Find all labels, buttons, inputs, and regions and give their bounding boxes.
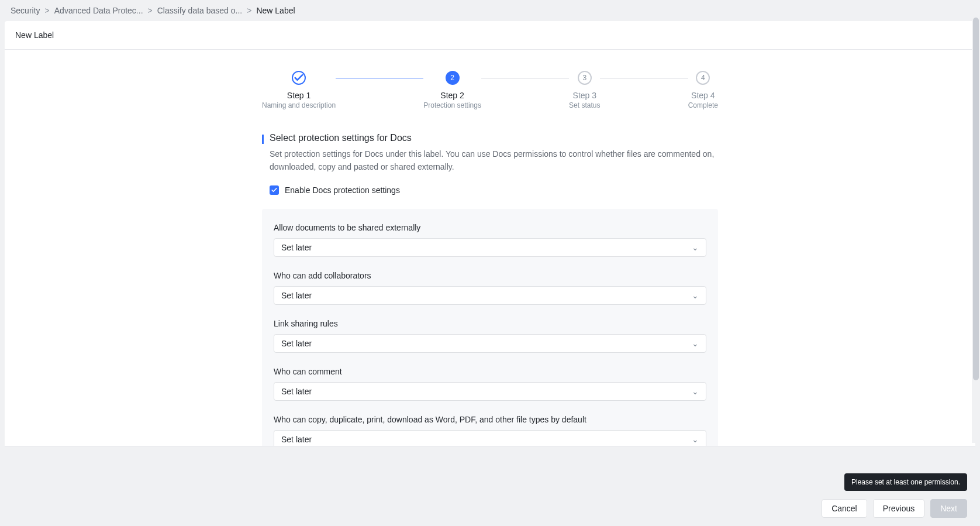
select-value: Set later	[281, 339, 312, 348]
field-add-collaborators: Who can add collaborators Set later ⌄	[274, 271, 706, 305]
step-3: 3 Step 3 Set status	[569, 71, 600, 109]
enable-checkbox-row: Enable Docs protection settings	[270, 185, 718, 195]
accent-bar	[262, 135, 264, 144]
chevron-down-icon: ⌄	[692, 243, 699, 252]
select-who-comment[interactable]: Set later ⌄	[274, 382, 706, 401]
step-title: Step 1	[287, 91, 310, 100]
section-header: Select protection settings for Docs	[262, 133, 718, 144]
select-share-externally[interactable]: Set later ⌄	[274, 238, 706, 257]
main-panel: New Label Step 1 Naming and description …	[5, 21, 975, 446]
check-icon	[271, 187, 278, 194]
select-link-sharing[interactable]: Set later ⌄	[274, 334, 706, 353]
breadcrumb-item-advanced[interactable]: Advanced Data Protec...	[54, 6, 143, 15]
cancel-button[interactable]: Cancel	[822, 499, 867, 518]
step-title: Step 3	[573, 91, 596, 100]
step-2[interactable]: 2 Step 2 Protection settings	[423, 71, 481, 109]
step-1[interactable]: Step 1 Naming and description	[262, 71, 336, 109]
step-desc: Protection settings	[423, 101, 481, 109]
chevron-down-icon: ⌄	[692, 291, 699, 300]
step-connector	[481, 78, 569, 78]
scrollbar-thumb[interactable]	[973, 18, 979, 380]
stepper: Step 1 Naming and description 2 Step 2 P…	[262, 50, 718, 127]
next-button[interactable]: Next	[930, 499, 967, 518]
field-label: Link sharing rules	[274, 319, 706, 328]
step-connector	[336, 78, 423, 78]
field-who-comment: Who can comment Set later ⌄	[274, 367, 706, 401]
field-label: Who can copy, duplicate, print, download…	[274, 415, 706, 424]
chevron-down-icon: ⌄	[692, 435, 699, 444]
step-number: 4	[696, 71, 710, 85]
footer: Cancel Previous Next	[0, 491, 980, 526]
select-value: Set later	[281, 387, 312, 396]
field-label: Who can add collaborators	[274, 271, 706, 280]
step-connector	[600, 78, 688, 78]
step-desc: Set status	[569, 101, 600, 109]
select-add-collaborators[interactable]: Set later ⌄	[274, 286, 706, 305]
page-title: New Label	[5, 21, 975, 50]
step-number: 3	[578, 71, 592, 85]
previous-button[interactable]: Previous	[873, 499, 924, 518]
tooltip-warning: Please set at least one permission.	[844, 473, 967, 491]
settings-card: Allow documents to be shared externally …	[262, 209, 718, 446]
field-who-copy: Who can copy, duplicate, print, download…	[274, 415, 706, 446]
enable-checkbox[interactable]	[270, 185, 279, 195]
step-4: 4 Step 4 Complete	[688, 71, 718, 109]
enable-label: Enable Docs protection settings	[285, 185, 400, 195]
step-number: 2	[446, 71, 460, 85]
breadcrumb: Security > Advanced Data Protec... > Cla…	[0, 0, 980, 21]
step-title: Step 4	[691, 91, 715, 100]
chevron-right-icon: >	[247, 6, 251, 15]
check-icon	[292, 71, 306, 85]
section-description: Set protection settings for Docs under t…	[270, 147, 718, 174]
scrollbar[interactable]	[972, 18, 980, 443]
chevron-right-icon: >	[45, 6, 50, 15]
select-value: Set later	[281, 435, 312, 444]
select-who-copy[interactable]: Set later ⌄	[274, 430, 706, 446]
field-label: Allow documents to be shared externally	[274, 223, 706, 232]
field-link-sharing: Link sharing rules Set later ⌄	[274, 319, 706, 353]
field-share-externally: Allow documents to be shared externally …	[274, 223, 706, 257]
chevron-right-icon: >	[148, 6, 153, 15]
breadcrumb-item-classify[interactable]: Classify data based o...	[157, 6, 243, 15]
breadcrumb-item-current: New Label	[256, 6, 295, 15]
select-value: Set later	[281, 243, 312, 252]
step-desc: Complete	[688, 101, 718, 109]
breadcrumb-item-security[interactable]: Security	[11, 6, 40, 15]
section-title: Select protection settings for Docs	[270, 133, 412, 143]
chevron-down-icon: ⌄	[692, 339, 699, 348]
step-title: Step 2	[440, 91, 464, 100]
field-label: Who can comment	[274, 367, 706, 376]
chevron-down-icon: ⌄	[692, 387, 699, 396]
step-desc: Naming and description	[262, 101, 336, 109]
select-value: Set later	[281, 291, 312, 300]
